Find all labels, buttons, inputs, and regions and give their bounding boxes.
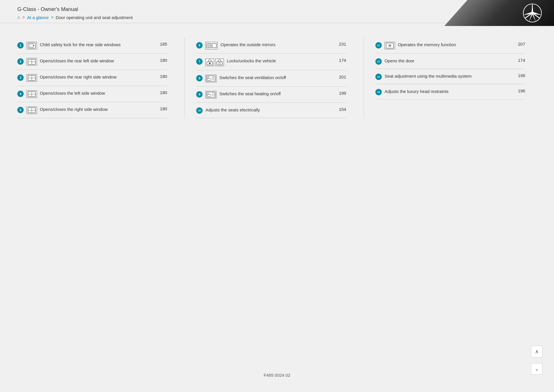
svg-point-5	[531, 12, 534, 14]
lock-icon-1	[205, 59, 214, 66]
svg-rect-27	[217, 62, 222, 65]
item-badge-1: 1	[17, 42, 24, 48]
item-page-2[interactable]: 180	[157, 58, 167, 63]
item-page-1[interactable]: 185	[157, 42, 167, 46]
list-item: 10 Adjusts the seats electrically 154	[196, 103, 346, 118]
column-divider-2	[364, 38, 364, 118]
breadcrumb-current-page: Door operating unit and seat adjustment	[56, 15, 133, 20]
item-page-11[interactable]: 207	[515, 42, 525, 46]
item-badge-3: 3	[17, 74, 24, 81]
scroll-down-button[interactable]: ⌄	[531, 363, 542, 375]
item-text-10: Adjusts the seats electrically	[205, 107, 333, 113]
item-text-8: Switches the seat ventilation on/off	[219, 74, 333, 81]
item-page-6[interactable]: 231	[336, 42, 346, 46]
svg-rect-21	[207, 43, 211, 48]
list-item: 3 Opens/closes the rear right side windo…	[17, 70, 167, 86]
item-page-10[interactable]: 154	[336, 107, 346, 112]
item-badge-14: 14	[375, 89, 382, 95]
logo-area	[444, 0, 554, 26]
item-badge-5: 5	[17, 107, 24, 113]
list-item: 9 Switches the seat heating on/off 199	[196, 87, 346, 103]
column-3: 11 M Operates the memory function 207 12…	[370, 38, 537, 118]
mercedes-logo	[522, 3, 542, 23]
item-page-7[interactable]: 174	[336, 58, 346, 63]
item-page-8[interactable]: 201	[336, 74, 346, 79]
svg-rect-7	[29, 44, 33, 47]
svg-point-23	[207, 44, 210, 47]
child-lock-icon	[27, 42, 37, 49]
item-badge-13: 13	[375, 74, 382, 80]
item-badge-11: 11	[375, 42, 382, 48]
svg-rect-28	[219, 63, 220, 64]
list-item: 12 Opens the door 174	[375, 54, 525, 69]
chevron-icon-1: >	[23, 15, 25, 20]
list-item: 4 Opens/closes the left side window 180	[17, 86, 167, 102]
column-2: 6 Operates the outside mirrors 231 7	[190, 38, 358, 118]
item-badge-9: 9	[196, 91, 203, 98]
item-badge-10: 10	[196, 107, 203, 114]
item-text-13: Seat adjustment using the multimedia sys…	[385, 73, 512, 79]
column-divider-1	[184, 38, 185, 118]
item-badge-12: 12	[375, 58, 382, 65]
svg-point-22	[208, 45, 209, 46]
svg-rect-26	[209, 63, 211, 64]
window-icon-3	[27, 74, 37, 82]
item-page-4[interactable]: 180	[157, 90, 167, 95]
svg-point-8	[33, 45, 34, 46]
item-text-14: Adjusts the luxury head restraints	[385, 88, 512, 94]
lock-icons	[205, 58, 224, 66]
list-item: 7 Locks/unlocks the ve	[196, 54, 346, 70]
breadcrumb: ⌂ > At a glance > Door operating unit an…	[17, 12, 133, 23]
svg-rect-24	[212, 43, 216, 48]
home-icon[interactable]: ⌂	[17, 15, 20, 20]
list-item: 11 M Operates the memory function 207	[375, 38, 525, 54]
list-item: 13 Seat adjustment using the multimedia …	[375, 69, 525, 84]
footer: F465 0024 02	[0, 373, 554, 378]
item-text-6: Operates the outside mirrors	[220, 42, 333, 48]
heat-icon	[205, 91, 216, 98]
mirror-icon	[205, 42, 218, 49]
column-1: 1 Child safety lock for the rear side wi…	[17, 38, 179, 118]
lock-icon-2	[215, 59, 224, 66]
window-icon-5	[27, 107, 37, 114]
item-badge-4: 4	[17, 91, 24, 97]
list-item: 6 Operates the outside mirrors 231	[196, 38, 346, 54]
list-item: 5 Opens/closes the right side window 180	[17, 102, 167, 118]
item-text-5: Opens/closes the right side window	[40, 106, 154, 112]
list-item: 2 Opens/closes the rear left side window…	[17, 54, 167, 70]
chevron-icon-2: >	[51, 15, 53, 20]
list-item: 8 Switches the seat ventilation on/off 2…	[196, 70, 346, 87]
svg-text:M: M	[388, 44, 391, 47]
item-page-3[interactable]: 180	[157, 74, 167, 79]
item-page-13[interactable]: 198	[515, 73, 525, 78]
item-text-9: Switches the seat heating on/off	[219, 91, 333, 97]
list-item: 1 Child safety lock for the rear side wi…	[17, 38, 167, 54]
item-page-9[interactable]: 199	[336, 91, 346, 96]
main-content: 1 Child safety lock for the rear side wi…	[0, 23, 554, 136]
window-icon-4	[27, 90, 37, 98]
item-text-1: Child safety lock for the rear side wind…	[40, 42, 154, 48]
item-badge-2: 2	[17, 58, 24, 65]
list-item: 14 Adjusts the luxury head restraints 19…	[375, 84, 525, 100]
vent-icon	[205, 75, 216, 82]
window-icon-2	[27, 58, 37, 66]
item-page-5[interactable]: 180	[157, 106, 167, 111]
item-page-12[interactable]: 174	[515, 58, 525, 63]
item-badge-6: 6	[196, 42, 203, 48]
header: G-Class - Owner's Manual ⌂ > At a glance…	[0, 0, 554, 23]
item-text-12: Opens the door	[385, 58, 512, 64]
item-text-7: Locks/unlocks the vehicle	[227, 58, 333, 64]
scroll-up-button[interactable]: ∧	[531, 346, 542, 357]
item-text-2: Opens/closes the rear left side window	[40, 58, 154, 64]
item-badge-8: 8	[196, 75, 203, 81]
item-page-14[interactable]: 196	[515, 88, 525, 93]
memory-icon: M	[385, 42, 395, 49]
item-text-3: Opens/closes the rear right side window	[40, 74, 154, 80]
breadcrumb-at-a-glance[interactable]: At a glance	[27, 15, 49, 20]
manual-title: G-Class - Owner's Manual	[17, 3, 133, 12]
item-badge-7: 7	[196, 58, 203, 65]
footer-code: F465 0024 02	[264, 373, 291, 378]
item-text-11: Operates the memory function	[398, 42, 512, 48]
item-text-4: Opens/closes the left side window	[40, 90, 154, 96]
